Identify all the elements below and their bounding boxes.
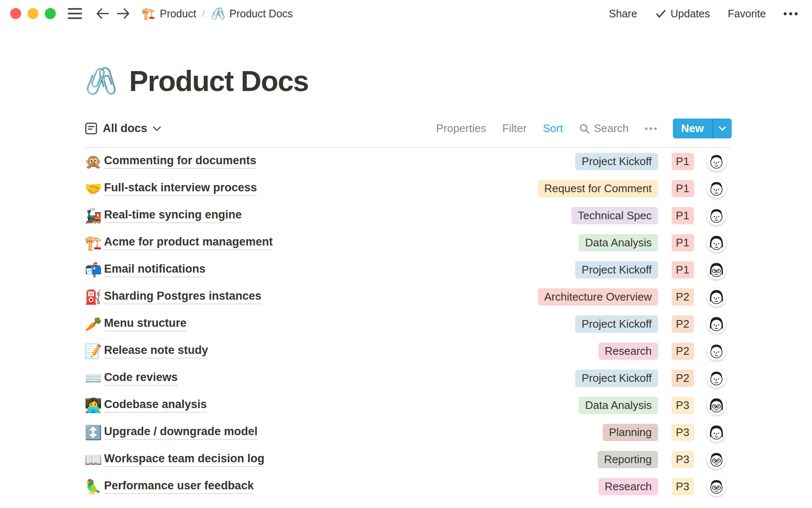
- doc-title-link[interactable]: Email notifications: [104, 262, 206, 277]
- search-icon: [579, 123, 590, 134]
- share-button[interactable]: Share: [609, 8, 637, 20]
- doc-title-link[interactable]: Performance user feedback: [104, 479, 254, 494]
- doc-title-link[interactable]: Code reviews: [104, 371, 178, 386]
- view-toolbar: All docs Properties Filter Sort Search N…: [85, 119, 732, 148]
- close-window-button[interactable]: [10, 8, 21, 19]
- doc-type-tag[interactable]: Reporting: [598, 451, 658, 468]
- zoom-window-button[interactable]: [45, 8, 56, 19]
- table-row: 🦜 Performance user feedback Research P3: [85, 473, 732, 500]
- priority-badge[interactable]: P1: [672, 261, 694, 279]
- priority-badge[interactable]: P1: [672, 180, 694, 197]
- doc-emoji-icon: 🏗️: [85, 236, 104, 250]
- doc-emoji-icon: 🥕: [85, 317, 104, 331]
- assignee-avatar[interactable]: [707, 260, 726, 279]
- priority-badge[interactable]: P1: [672, 207, 694, 224]
- doc-title-link[interactable]: Workspace team decision log: [104, 452, 264, 467]
- priority-badge[interactable]: P3: [672, 397, 694, 414]
- updates-label: Updates: [671, 8, 710, 20]
- priority-badge[interactable]: P2: [672, 342, 694, 360]
- page-title: 🖇️ Product Docs: [85, 64, 732, 97]
- doc-emoji-icon: ⌨️: [85, 371, 104, 385]
- breadcrumb-separator: /: [202, 8, 205, 19]
- back-arrow-icon[interactable]: [95, 6, 111, 21]
- assignee-avatar[interactable]: [707, 395, 726, 415]
- more-options-icon[interactable]: [784, 12, 798, 15]
- building-construction-icon: 🏗️: [141, 7, 156, 20]
- assignee-avatar[interactable]: [707, 233, 726, 252]
- doc-title-link[interactable]: Release note study: [104, 344, 208, 359]
- window-titlebar: 🏗️ Product / 🖇️ Product Docs Share Updat…: [0, 0, 812, 27]
- doc-title-link[interactable]: Full-stack interview process: [104, 181, 257, 196]
- doc-title-link[interactable]: Upgrade / downgrade model: [104, 425, 258, 440]
- new-button-group: New: [673, 119, 732, 138]
- doc-type-tag[interactable]: Data Analysis: [579, 397, 658, 414]
- table-row: 🥕 Menu structure Project Kickoff P2: [85, 310, 732, 337]
- doc-type-tag[interactable]: Data Analysis: [579, 234, 658, 251]
- favorite-button[interactable]: Favorite: [728, 8, 766, 20]
- priority-badge[interactable]: P3: [672, 424, 694, 441]
- assignee-avatar[interactable]: [707, 422, 726, 442]
- assignee-avatar[interactable]: [707, 368, 726, 388]
- forward-arrow-icon[interactable]: [115, 6, 131, 21]
- doc-type-tag[interactable]: Request for Comment: [538, 180, 658, 197]
- check-icon: [655, 8, 667, 19]
- view-more-options-icon[interactable]: [645, 127, 657, 130]
- priority-badge[interactable]: P2: [672, 370, 694, 387]
- assignee-avatar[interactable]: [707, 450, 726, 469]
- table-row: 🤝 Full-stack interview process Request f…: [85, 175, 732, 202]
- doc-title-link[interactable]: Real-time syncing engine: [104, 208, 242, 223]
- new-dropdown-button[interactable]: [713, 119, 732, 138]
- doc-type-tag[interactable]: Project Kickoff: [575, 153, 658, 170]
- doc-title-link[interactable]: Acme for product management: [104, 235, 273, 250]
- doc-title-link[interactable]: Codebase analysis: [104, 398, 207, 413]
- doc-title-link[interactable]: Commenting for documents: [104, 154, 256, 169]
- doc-emoji-icon: 🙊: [85, 155, 104, 168]
- assignee-avatar[interactable]: [707, 287, 726, 306]
- priority-badge[interactable]: P3: [672, 451, 694, 468]
- sidebar-menu-icon[interactable]: [68, 8, 82, 19]
- priority-badge[interactable]: P3: [672, 478, 694, 495]
- priority-badge[interactable]: P1: [672, 153, 694, 170]
- paperclips-icon: 🖇️: [211, 7, 225, 20]
- search-button[interactable]: Search: [579, 122, 628, 135]
- sort-button[interactable]: Sort: [543, 122, 563, 135]
- view-selector[interactable]: All docs: [85, 122, 162, 135]
- table-row: 📝 Release note study Research P2: [85, 337, 732, 364]
- priority-badge[interactable]: P2: [672, 315, 694, 333]
- assignee-avatar[interactable]: [707, 179, 726, 198]
- chevron-down-icon: [152, 126, 162, 132]
- doc-type-tag[interactable]: Research: [598, 342, 658, 360]
- new-button[interactable]: New: [673, 119, 712, 138]
- priority-badge[interactable]: P1: [672, 234, 694, 251]
- paperclips-icon[interactable]: 🖇️: [85, 68, 117, 94]
- doc-type-tag[interactable]: Project Kickoff: [575, 370, 658, 387]
- table-row: ⛽ Sharding Postgres instances Architectu…: [85, 283, 732, 310]
- assignee-avatar[interactable]: [707, 206, 726, 225]
- doc-type-tag[interactable]: Research: [598, 478, 658, 495]
- minimize-window-button[interactable]: [27, 8, 38, 19]
- assignee-avatar[interactable]: [707, 341, 726, 361]
- search-label: Search: [594, 122, 628, 135]
- table-row: 🚂 Real-time syncing engine Technical Spe…: [85, 202, 732, 229]
- doc-type-tag[interactable]: Project Kickoff: [575, 261, 658, 279]
- doc-emoji-icon: 🚂: [85, 209, 104, 223]
- view-name: All docs: [103, 122, 147, 135]
- table-row: 📖 Workspace team decision log Reporting …: [85, 446, 732, 473]
- properties-button[interactable]: Properties: [436, 122, 486, 135]
- priority-badge[interactable]: P2: [672, 288, 694, 306]
- doc-table: 🙊 Commenting for documents Project Kicko…: [85, 148, 732, 500]
- table-row: 👩‍💻 Codebase analysis Data Analysis P3: [85, 392, 732, 419]
- assignee-avatar[interactable]: [707, 477, 726, 496]
- updates-button[interactable]: Updates: [655, 8, 710, 20]
- doc-type-tag[interactable]: Architecture Overview: [538, 288, 658, 306]
- doc-type-tag[interactable]: Project Kickoff: [575, 315, 658, 333]
- breadcrumb-item-product[interactable]: 🏗️ Product: [141, 7, 196, 20]
- doc-title-link[interactable]: Menu structure: [104, 317, 187, 331]
- doc-title-link[interactable]: Sharding Postgres instances: [104, 290, 261, 304]
- assignee-avatar[interactable]: [707, 152, 726, 171]
- assignee-avatar[interactable]: [707, 314, 726, 334]
- filter-button[interactable]: Filter: [502, 122, 527, 135]
- doc-type-tag[interactable]: Technical Spec: [571, 207, 658, 224]
- doc-type-tag[interactable]: Planning: [603, 424, 658, 441]
- breadcrumb-item-product-docs[interactable]: 🖇️ Product Docs: [211, 7, 293, 20]
